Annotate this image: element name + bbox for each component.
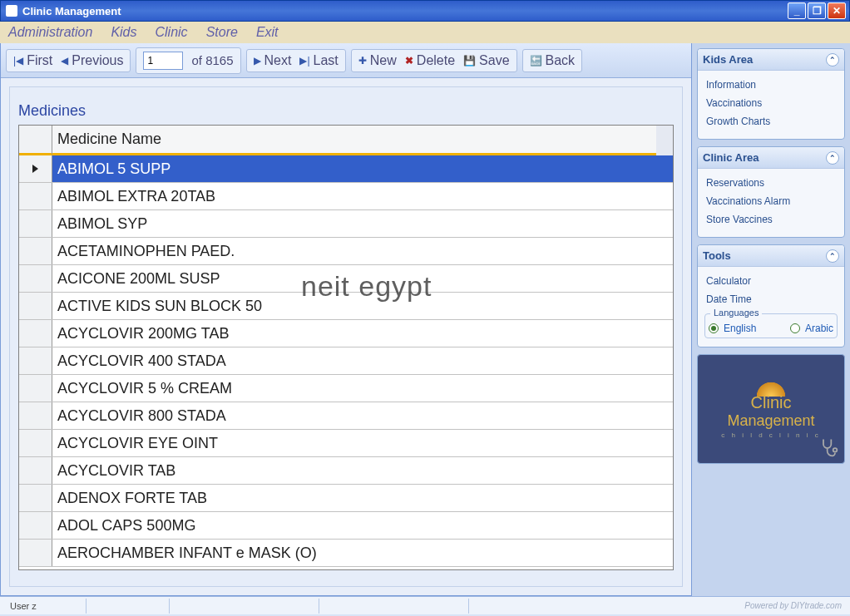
- clinic-link[interactable]: Reservations: [704, 174, 838, 192]
- logo-line2: Management: [727, 412, 814, 430]
- table-row[interactable]: ACYCLOVIR 400 STADA: [19, 347, 673, 375]
- chevron-up-icon[interactable]: ⌃: [826, 249, 839, 263]
- clinic-link[interactable]: Vaccinations Alarm: [704, 192, 838, 210]
- back-button[interactable]: 🔙 Back: [530, 53, 576, 68]
- stethoscope-icon: [818, 436, 841, 460]
- next-button[interactable]: ▶ Next: [254, 53, 292, 68]
- menu-exit[interactable]: Exit: [256, 25, 279, 40]
- table-row[interactable]: AEROCHAMBER INFANT e MASK (O): [19, 540, 673, 567]
- medicine-name-cell: ADOL CAPS 500MG: [52, 512, 673, 539]
- table-row[interactable]: ABIMOL 5 SUPP: [19, 155, 673, 183]
- logo-line1: Clinic: [751, 393, 792, 412]
- medicine-name-cell: ABIMOL SYP: [52, 210, 673, 237]
- close-button[interactable]: ✕: [828, 2, 846, 19]
- column-header-name[interactable]: Medicine Name: [52, 126, 656, 155]
- medicine-name-cell: ACYCLOVIR EYE OINT: [52, 430, 673, 456]
- table-row[interactable]: ABIMOL EXTRA 20TAB: [19, 183, 673, 210]
- medicine-name-cell: ACYCLOVIR 5 % CREAM: [52, 375, 673, 402]
- table-row[interactable]: ACYCLOVIR TAB: [19, 457, 673, 485]
- save-button[interactable]: 💾 Save: [463, 53, 509, 68]
- delete-button[interactable]: ✖ Delete: [405, 53, 455, 68]
- row-header: [19, 155, 52, 182]
- page-input[interactable]: [143, 52, 183, 70]
- panel-title-clinic: Clinic Area: [703, 151, 759, 164]
- row-header: [19, 293, 52, 319]
- row-header: [19, 540, 52, 566]
- panel-header-kids[interactable]: Kids Area ⌃: [698, 49, 844, 71]
- medicine-name-cell: ACYCLOVIR 400 STADA: [52, 347, 673, 374]
- status-seg-3: [170, 599, 319, 614]
- medicine-name-cell: ABIMOL 5 SUPP: [52, 155, 673, 182]
- table-row[interactable]: ACYCLOVIR EYE OINT: [19, 430, 673, 457]
- tools-link[interactable]: Date Time: [704, 290, 838, 308]
- previous-button[interactable]: ◀ Previous: [61, 53, 123, 68]
- language-group: Languages English Arabic: [704, 313, 838, 338]
- table-row[interactable]: ADENOX FORTE TAB: [19, 485, 673, 512]
- minimize-button[interactable]: _: [788, 2, 806, 19]
- row-header: [19, 265, 52, 292]
- row-header: [19, 238, 52, 264]
- panel-header-clinic[interactable]: Clinic Area ⌃: [698, 147, 844, 169]
- row-header: [19, 320, 52, 347]
- row-pointer-icon: [32, 165, 38, 173]
- medicine-name-cell: ADENOX FORTE TAB: [52, 485, 673, 511]
- medicine-name-cell: ACTIVE KIDS SUN BLOCK 50: [52, 293, 673, 319]
- maximize-button[interactable]: ❐: [808, 2, 826, 19]
- table-row[interactable]: ACICONE 200ML SUSP: [19, 265, 673, 293]
- table-row[interactable]: ABIMOL SYP: [19, 210, 673, 238]
- row-header: [19, 183, 52, 209]
- title-bar: Clinic Management _ ❐ ✕: [0, 0, 850, 22]
- kids-link[interactable]: Growth Charts: [704, 112, 838, 131]
- row-header: [19, 210, 52, 237]
- first-button[interactable]: |◀ First: [13, 53, 52, 68]
- section-title: Medicines: [18, 102, 677, 120]
- status-seg-4: [319, 599, 469, 614]
- side-pane: Kids Area ⌃ InformationVaccinationsGrowt…: [692, 43, 850, 596]
- row-header: [19, 375, 52, 402]
- table-row[interactable]: ACTIVE KIDS SUN BLOCK 50: [19, 293, 673, 320]
- tools-link[interactable]: Calculator: [704, 272, 838, 290]
- svg-point-0: [833, 448, 838, 452]
- table-row[interactable]: ACYCLOVIR 5 % CREAM: [19, 375, 673, 402]
- record-navigator: |◀ First ◀ Previous of 8165 ▶ Next ▶| La…: [1, 43, 691, 78]
- new-button[interactable]: ✚ New: [358, 53, 397, 68]
- window-controls: _ ❐ ✕: [788, 2, 846, 19]
- label-english: English: [724, 323, 756, 334]
- row-header: [19, 347, 52, 374]
- chevron-up-icon[interactable]: ⌃: [826, 151, 839, 165]
- row-header: [19, 430, 52, 456]
- menu-clinic[interactable]: Clinic: [156, 25, 188, 40]
- row-header: [19, 512, 52, 539]
- powered-by: Powered by DIYtrade.com: [744, 601, 847, 610]
- logo-line3: c h i l d c l i n i c: [721, 431, 820, 439]
- grid-body[interactable]: ABIMOL 5 SUPPABIMOL EXTRA 20TABABIMOL SY…: [19, 155, 673, 569]
- menu-kids[interactable]: Kids: [111, 25, 136, 40]
- chevron-up-icon[interactable]: ⌃: [826, 53, 839, 67]
- scroll-gutter: [656, 126, 673, 155]
- medicine-name-cell: ACETAMINOPHEN PAED.: [52, 238, 673, 264]
- row-header: [19, 485, 52, 511]
- table-row[interactable]: ACETAMINOPHEN PAED.: [19, 238, 673, 265]
- radio-arabic[interactable]: [790, 323, 800, 333]
- medicines-grid: Medicine Name ABIMOL 5 SUPPABIMOL EXTRA …: [18, 125, 674, 570]
- clinic-link[interactable]: Store Vaccines: [704, 210, 838, 229]
- panel-title-tools: Tools: [703, 249, 731, 262]
- medicine-name-cell: ABIMOL EXTRA 20TAB: [52, 183, 673, 209]
- table-row[interactable]: ADOL CAPS 500MG: [19, 512, 673, 540]
- table-row[interactable]: ACYCLOVIR 800 STADA: [19, 402, 673, 430]
- radio-english[interactable]: [709, 323, 719, 333]
- last-button[interactable]: ▶| Last: [299, 53, 338, 68]
- row-header: [19, 402, 52, 429]
- kids-link[interactable]: Information: [704, 76, 838, 94]
- app-icon: [6, 5, 17, 17]
- logo-panel: Clinic Management c h i l d c l i n i c: [697, 354, 845, 464]
- panel-header-tools[interactable]: Tools ⌃: [698, 245, 844, 267]
- label-arabic: Arabic: [805, 323, 833, 334]
- table-row[interactable]: ACYCLOVIR 200MG TAB: [19, 320, 673, 347]
- kids-link[interactable]: Vaccinations: [704, 94, 838, 112]
- grid-corner: [19, 126, 52, 155]
- status-user: User z: [3, 599, 86, 614]
- panel-clinic-area: Clinic Area ⌃ ReservationsVaccinations A…: [697, 146, 845, 238]
- menu-administration[interactable]: Administration: [8, 25, 92, 40]
- menu-store[interactable]: Store: [206, 25, 238, 40]
